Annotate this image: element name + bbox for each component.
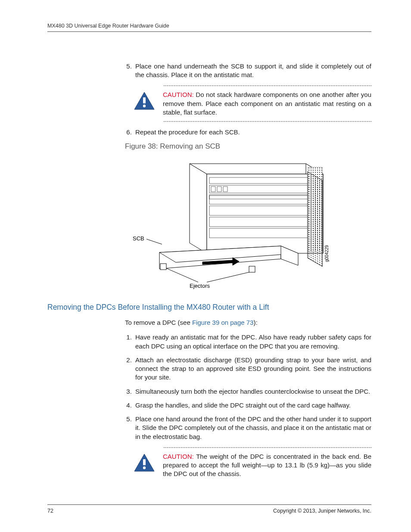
footer-rule (47, 504, 371, 505)
section-title: Removing the DPCs Before Installing the … (47, 302, 371, 313)
step-list-c: Have ready an antistatic mat for the DPC… (125, 333, 371, 441)
svg-rect-1 (143, 97, 146, 103)
step-c3: Simultaneously turn both the ejector han… (134, 387, 371, 396)
svg-line-4 (165, 268, 198, 282)
svg-rect-29 (249, 266, 255, 272)
figure-caption: Figure 38: Removing an SCB (125, 142, 371, 152)
caution-body: Do not stack hardware components on one … (163, 91, 371, 116)
fig-label-ejectors: Ejectors (190, 283, 210, 289)
step-c2: Attach an electrostatic discharge (ESD) … (134, 356, 371, 382)
page-footer: 72 Copyright © 2013, Juniper Networks, I… (47, 504, 371, 515)
step-c1: Have ready an antistatic mat for the DPC… (134, 333, 371, 351)
figure-38: SCB Ejectors g004229 (125, 154, 371, 294)
running-head: MX480 3D Universal Edge Router Hardware … (47, 22, 371, 30)
step-6: Repeat the procedure for each SCB. (134, 128, 371, 137)
step-c5: Place one hand around the front of the D… (134, 415, 371, 441)
svg-line-3 (146, 239, 162, 244)
svg-marker-8 (190, 164, 207, 253)
intro-post: ): (254, 319, 258, 326)
caution-label: CAUTION: (163, 453, 194, 460)
fig-label-scb: SCB (133, 235, 144, 242)
caution-text-1: CAUTION: Do not stack hardware component… (163, 90, 371, 117)
step-c4: Grasp the handles, and slide the DPC str… (134, 401, 371, 410)
caution-rule-bottom (164, 121, 371, 122)
fig-label-code: g004229 (324, 245, 329, 262)
caution-block-2: CAUTION: The weight of the DPC is concen… (125, 447, 371, 479)
caution-text-2: CAUTION: The weight of the DPC is concen… (163, 452, 371, 479)
caution-body: The weight of the DPC is concentrated in… (163, 453, 371, 478)
svg-rect-23 (308, 172, 322, 267)
svg-marker-6 (190, 164, 323, 174)
svg-point-2 (143, 105, 146, 107)
caution-block-1: CAUTION: Do not stack hardware component… (125, 85, 371, 122)
page-number: 72 (47, 507, 53, 515)
intro-line: To remove a DPC (see Figure 39 on page 7… (125, 318, 371, 327)
svg-line-5 (207, 272, 251, 282)
svg-rect-28 (160, 264, 166, 270)
copyright: Copyright © 2013, Juniper Networks, Inc. (273, 507, 371, 515)
figure-39-link[interactable]: Figure 39 on page 73 (192, 319, 254, 326)
caution2-rule-top (164, 447, 371, 448)
header-rule (47, 31, 371, 32)
caution-icon (134, 453, 155, 474)
svg-marker-9 (207, 174, 323, 253)
caution-label: CAUTION: (163, 91, 194, 98)
caution-icon (134, 91, 155, 112)
svg-point-32 (143, 467, 146, 469)
step-5: Place one hand underneath the SCB to sup… (134, 62, 371, 80)
caution-rule-top (164, 85, 371, 86)
step-list-a: Place one hand underneath the SCB to sup… (125, 62, 371, 80)
intro-pre: To remove a DPC (see (125, 319, 192, 326)
step-list-b: Repeat the procedure for each SCB. (125, 128, 371, 137)
svg-rect-31 (143, 459, 146, 465)
